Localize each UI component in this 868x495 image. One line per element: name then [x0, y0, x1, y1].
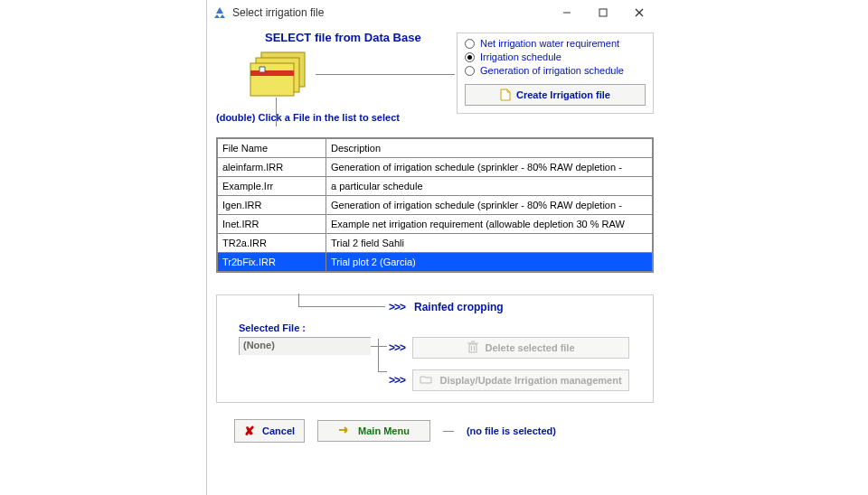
svg-rect-7 [250, 70, 294, 76]
table-row[interactable]: Inet.IRRExample net irrigation requireme… [218, 215, 653, 234]
button-label: Delete selected file [486, 342, 575, 353]
database-heading: SELECT file from Data Base [265, 31, 421, 44]
button-label: Cancel [262, 425, 295, 436]
cell-description: a particular schedule [326, 177, 653, 196]
cell-description: Generation of irrigation schedule (sprin… [326, 158, 653, 177]
radio-label: Irrigation schedule [480, 51, 561, 62]
file-table[interactable]: File Name Description aleinfarm.IRRGener… [216, 137, 654, 273]
folder-open-icon [420, 374, 432, 387]
button-label: Main Menu [358, 425, 410, 436]
column-header-filename[interactable]: File Name [218, 139, 326, 158]
maximize-button[interactable] [585, 2, 621, 23]
table-row[interactable]: Tr2bFix.IRRTrial plot 2 (Garcia) [218, 253, 653, 272]
rainfed-cropping-label[interactable]: Rainfed cropping [414, 301, 504, 313]
cell-filename: aleinfarm.IRR [218, 158, 326, 177]
cell-description: Generation of irrigation schedule (sprin… [326, 196, 653, 215]
close-button[interactable] [621, 2, 657, 23]
new-file-icon [500, 89, 511, 101]
button-label: Create Irrigation file [516, 89, 610, 100]
cell-filename: Inet.IRR [218, 215, 326, 234]
create-irrigation-file-button[interactable]: Create Irrigation file [465, 84, 646, 106]
cell-filename: TR2a.IRR [218, 234, 326, 253]
cell-filename: Example.Irr [218, 177, 326, 196]
hand-point-icon [338, 425, 353, 437]
radio-irrigation-schedule[interactable]: Irrigation schedule [465, 51, 646, 62]
cell-description: Example net irrigation requirement (allo… [326, 215, 653, 234]
svg-rect-8 [469, 344, 476, 352]
radio-generation-schedule[interactable]: Generation of irrigation schedule [465, 65, 646, 76]
radio-icon [465, 52, 475, 62]
cell-description: Trial plot 2 (Garcia) [326, 253, 653, 272]
radio-label: Net irrigation water requirement [480, 38, 619, 49]
options-group: Net irrigation water requirement Irrigat… [457, 33, 654, 114]
radio-label: Generation of irrigation schedule [480, 65, 624, 76]
column-header-description[interactable]: Description [326, 139, 653, 158]
table-row[interactable]: Igen.IRRGeneration of irrigation schedul… [218, 196, 653, 215]
delete-selected-file-button: Delete selected file [412, 337, 629, 359]
status-text: (no file is selected) [467, 425, 556, 436]
arrow-icon: >>> [389, 301, 405, 313]
titlebar: Select irrigation file [207, 0, 663, 25]
close-icon: ✘ [244, 424, 255, 438]
arrow-icon: >>> [389, 341, 405, 354]
dialog-window: Select irrigation file SELECT file from … [206, 0, 663, 495]
arrow-icon: >>> [389, 374, 405, 387]
table-row[interactable]: aleinfarm.IRRGeneration of irrigation sc… [218, 158, 653, 177]
cell-filename: Igen.IRR [218, 196, 326, 215]
app-icon [212, 5, 227, 20]
radio-net-irrigation[interactable]: Net irrigation water requirement [465, 38, 646, 49]
svg-rect-6 [250, 63, 294, 96]
minimize-button[interactable] [549, 2, 585, 23]
cell-description: Trial 2 field Sahli [326, 234, 653, 253]
double-click-instruction: (double) Click a File in the list to sel… [216, 112, 400, 123]
bottom-bar: ✘ Cancel Main Menu (no file is selected) [216, 419, 654, 443]
svg-rect-1 [599, 9, 607, 16]
window-title: Select irrigation file [232, 6, 549, 19]
button-label: Display/Update Irrigation management [439, 375, 621, 386]
table-row[interactable]: TR2a.IRRTrial 2 field Sahli [218, 234, 653, 253]
folder-icon [249, 47, 314, 100]
radio-icon [465, 39, 475, 49]
selected-file-label: Selected File : [239, 322, 306, 333]
main-menu-button[interactable]: Main Menu [317, 420, 430, 442]
trash-icon [467, 341, 478, 355]
display-update-button: Display/Update Irrigation management [412, 369, 629, 391]
radio-icon [465, 66, 475, 76]
cancel-button[interactable]: ✘ Cancel [234, 419, 305, 443]
selected-file-value: (None) [239, 337, 371, 355]
cell-filename: Tr2bFix.IRR [218, 253, 326, 272]
table-row[interactable]: Example.Irra particular schedule [218, 177, 653, 196]
selected-file-panel: >>> Rainfed cropping Selected File : (No… [216, 294, 654, 403]
